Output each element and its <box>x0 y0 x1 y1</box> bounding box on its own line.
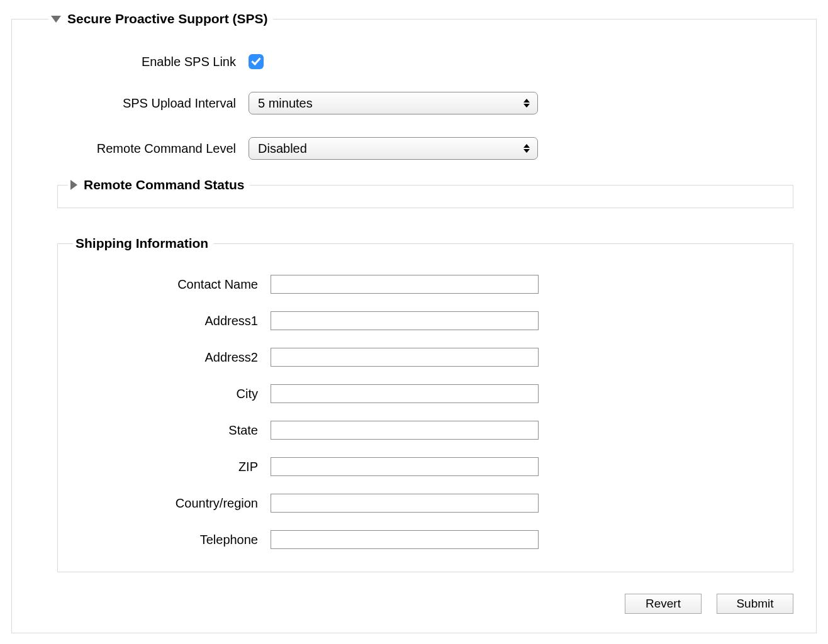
submit-button[interactable]: Submit <box>717 594 793 614</box>
state-row: State <box>69 421 781 440</box>
state-input[interactable] <box>271 421 539 440</box>
enable-sps-checkbox[interactable] <box>249 54 264 69</box>
chevron-down-icon <box>51 16 61 23</box>
address1-row: Address1 <box>69 311 781 330</box>
country-label: Country/region <box>69 496 271 511</box>
address2-label: Address2 <box>69 350 271 365</box>
sps-fieldset: Secure Proactive Support (SPS) Enable SP… <box>11 11 817 633</box>
remote-command-status-fieldset: Remote Command Status <box>57 177 793 208</box>
chevron-right-icon <box>70 180 77 190</box>
city-label: City <box>69 387 271 401</box>
remote-command-level-label: Remote Command Level <box>35 142 249 156</box>
state-label: State <box>69 423 271 438</box>
telephone-label: Telephone <box>69 533 271 547</box>
remote-command-level-value: Disabled <box>258 142 307 156</box>
zip-input[interactable] <box>271 457 539 476</box>
city-input[interactable] <box>271 384 539 403</box>
select-arrows-icon <box>523 99 530 108</box>
select-arrows-icon <box>523 144 530 153</box>
shipping-legend: Shipping Information <box>73 236 213 251</box>
country-row: Country/region <box>69 494 781 513</box>
country-input[interactable] <box>271 494 539 513</box>
revert-button[interactable]: Revert <box>625 594 702 614</box>
remote-command-status-text: Remote Command Status <box>84 177 245 192</box>
sps-legend-text: Secure Proactive Support (SPS) <box>67 11 268 26</box>
contact-name-input[interactable] <box>271 275 539 294</box>
shipping-fieldset: Shipping Information Contact Name Addres… <box>57 236 793 572</box>
shipping-legend-text: Shipping Information <box>76 236 208 251</box>
sps-legend[interactable]: Secure Proactive Support (SPS) <box>48 11 273 26</box>
remote-command-level-select[interactable]: Disabled <box>249 137 538 160</box>
enable-sps-label: Enable SPS Link <box>35 55 249 69</box>
contact-name-row: Contact Name <box>69 275 781 294</box>
zip-label: ZIP <box>69 460 271 474</box>
upload-interval-select[interactable]: 5 minutes <box>249 92 538 114</box>
upload-interval-label: SPS Upload Interval <box>35 96 249 111</box>
remote-command-status-legend[interactable]: Remote Command Status <box>68 177 250 192</box>
telephone-input[interactable] <box>271 530 539 549</box>
city-row: City <box>69 384 781 403</box>
upload-interval-value: 5 minutes <box>258 96 313 111</box>
upload-interval-row: SPS Upload Interval 5 minutes <box>35 92 793 114</box>
remote-command-level-row: Remote Command Level Disabled <box>35 137 793 160</box>
address1-input[interactable] <box>271 311 539 330</box>
address2-row: Address2 <box>69 348 781 367</box>
telephone-row: Telephone <box>69 530 781 549</box>
zip-row: ZIP <box>69 457 781 476</box>
enable-sps-row: Enable SPS Link <box>35 54 793 69</box>
contact-name-label: Contact Name <box>69 277 271 292</box>
address1-label: Address1 <box>69 314 271 328</box>
address2-input[interactable] <box>271 348 539 367</box>
button-bar: Revert Submit <box>35 594 793 614</box>
